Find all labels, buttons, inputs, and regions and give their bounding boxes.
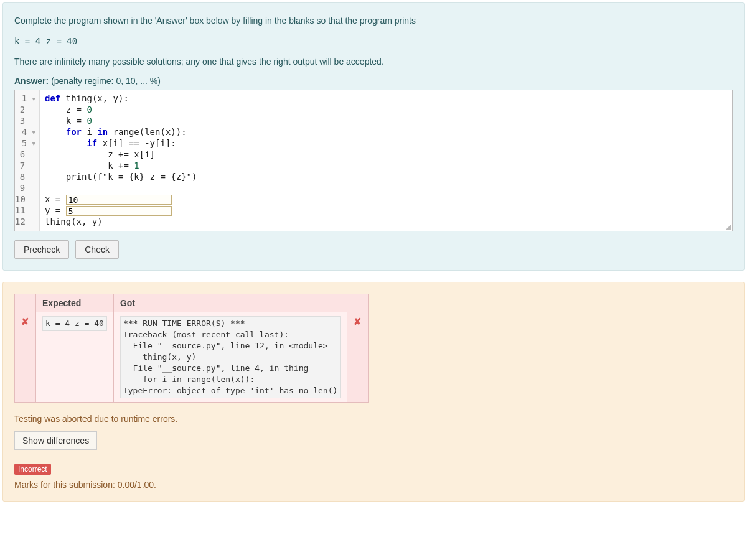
fold-icon[interactable]: ▼: [32, 127, 35, 138]
status-cell-left: ✘: [15, 312, 36, 403]
blank-input-x[interactable]: [66, 195, 172, 205]
check-button[interactable]: Check: [75, 240, 119, 259]
status-header: [15, 294, 36, 312]
fold-icon[interactable]: ▼: [32, 93, 35, 105]
intro-line-2: There are infinitely many possible solut…: [14, 55, 733, 68]
cross-icon: ✘: [21, 316, 29, 327]
button-row: Precheck Check: [14, 240, 733, 259]
code-editor[interactable]: 1 ▼ 2 3 4 ▼ 5 ▼ 6 7 8 9 10 11 12 def thi…: [14, 90, 733, 231]
cross-icon: ✘: [354, 316, 362, 327]
blank-input-y[interactable]: [66, 206, 172, 216]
expected-cell: k = 4 z = 40: [36, 312, 114, 403]
answer-label: Answer: (penalty regime: 0, 10, ... %): [14, 76, 733, 86]
got-header: Got: [113, 294, 347, 312]
feedback-panel: Expected Got ✘ k = 4 z = 40 *** RUN TIME…: [2, 282, 745, 502]
expected-header: Expected: [36, 294, 114, 312]
target-output: k = 4 z = 40: [14, 35, 733, 48]
show-differences-button[interactable]: Show differences: [14, 431, 97, 450]
table-header-row: Expected Got: [15, 294, 369, 312]
question-text: Complete the program shown in the 'Answe…: [14, 14, 733, 68]
abort-message: Testing was aborted due to runtime error…: [14, 414, 733, 424]
line-number-gutter: 1 ▼ 2 3 4 ▼ 5 ▼ 6 7 8 9 10 11 12: [15, 90, 40, 231]
fold-icon[interactable]: ▼: [32, 138, 35, 149]
results-table: Expected Got ✘ k = 4 z = 40 *** RUN TIME…: [14, 294, 369, 403]
marks-line: Marks for this submission: 0.00/1.00.: [14, 480, 733, 490]
precheck-button[interactable]: Precheck: [14, 240, 69, 259]
resize-handle-icon[interactable]: [723, 222, 732, 231]
table-row: ✘ k = 4 z = 40 *** RUN TIME ERROR(S) ***…: [15, 312, 369, 403]
intro-line-1: Complete the program shown in the 'Answe…: [14, 14, 733, 27]
code-content: def thing(x, y): z = 0 k = 0 for i in ra…: [40, 90, 732, 231]
status-header-right: [347, 294, 369, 312]
question-panel: Complete the program shown in the 'Answe…: [2, 2, 745, 271]
status-cell-right: ✘: [347, 312, 369, 403]
got-cell: *** RUN TIME ERROR(S) *** Traceback (mos…: [113, 312, 347, 403]
incorrect-badge: Incorrect: [14, 464, 51, 475]
